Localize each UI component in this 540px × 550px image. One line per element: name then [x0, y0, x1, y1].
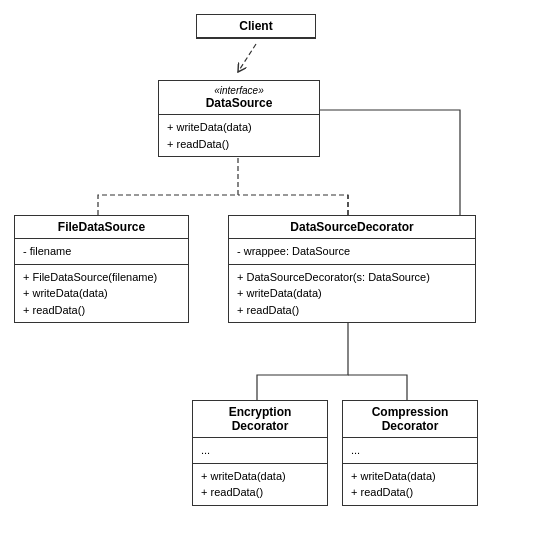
client-box: Client [196, 14, 316, 39]
client-name: Client [239, 19, 272, 33]
compressiondecorator-fields: ... [343, 438, 477, 464]
datasourcedecorator-methods: + DataSourceDecorator(s: DataSource) + w… [229, 265, 475, 323]
uml-diagram: Client «interface» DataSource + writeDat… [0, 0, 540, 550]
fds-field-1: - filename [23, 243, 180, 260]
encryptiondecorator-methods: + writeData(data) + readData() [193, 464, 327, 505]
dsd-field-1: - wrappee: DataSource [237, 243, 467, 260]
datasourcedecorator-fields: - wrappee: DataSource [229, 239, 475, 265]
datasource-method-2: + readData() [167, 136, 311, 153]
datasource-methods: + writeData(data) + readData() [159, 115, 319, 156]
compressiondecorator-name: CompressionDecorator [372, 405, 449, 433]
datasource-header: «interface» DataSource [159, 81, 319, 115]
fds-method-3: + readData() [23, 302, 180, 319]
filedatasource-header: FileDataSource [15, 216, 188, 239]
cd-field-1: ... [351, 442, 469, 459]
cd-method-1: + writeData(data) [351, 468, 469, 485]
datasourcedecorator-header: DataSourceDecorator [229, 216, 475, 239]
dsd-method-1: + DataSourceDecorator(s: DataSource) [237, 269, 467, 286]
ed-method-1: + writeData(data) [201, 468, 319, 485]
fds-method-2: + writeData(data) [23, 285, 180, 302]
svg-line-2 [238, 44, 256, 72]
filedatasource-methods: + FileDataSource(filename) + writeData(d… [15, 265, 188, 323]
encryptiondecorator-header: EncryptionDecorator [193, 401, 327, 438]
client-header: Client [197, 15, 315, 38]
encryptiondecorator-fields: ... [193, 438, 327, 464]
datasource-box: «interface» DataSource + writeData(data)… [158, 80, 320, 157]
ed-method-2: + readData() [201, 484, 319, 501]
fds-method-1: + FileDataSource(filename) [23, 269, 180, 286]
datasource-name: DataSource [206, 96, 273, 110]
encryptiondecorator-box: EncryptionDecorator ... + writeData(data… [192, 400, 328, 506]
datasourcedecorator-name: DataSourceDecorator [290, 220, 413, 234]
datasource-method-1: + writeData(data) [167, 119, 311, 136]
cd-method-2: + readData() [351, 484, 469, 501]
datasourcedecorator-box: DataSourceDecorator - wrappee: DataSourc… [228, 215, 476, 323]
dsd-method-3: + readData() [237, 302, 467, 319]
filedatasource-box: FileDataSource - filename + FileDataSour… [14, 215, 189, 323]
filedatasource-name: FileDataSource [58, 220, 145, 234]
ed-field-1: ... [201, 442, 319, 459]
datasource-stereotype: «interface» [167, 85, 311, 96]
compressiondecorator-box: CompressionDecorator ... + writeData(dat… [342, 400, 478, 506]
compressiondecorator-methods: + writeData(data) + readData() [343, 464, 477, 505]
encryptiondecorator-name: EncryptionDecorator [229, 405, 292, 433]
compressiondecorator-header: CompressionDecorator [343, 401, 477, 438]
filedatasource-fields: - filename [15, 239, 188, 265]
dsd-method-2: + writeData(data) [237, 285, 467, 302]
